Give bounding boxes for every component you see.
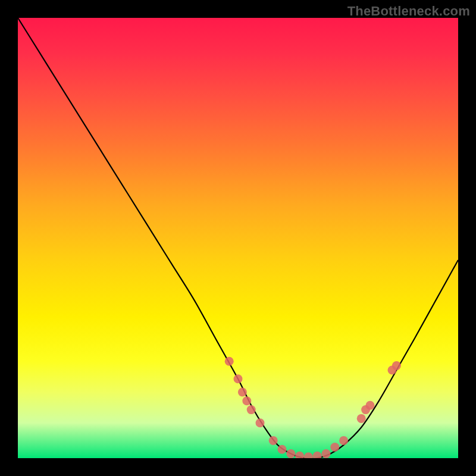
marker-dot	[286, 449, 295, 458]
marker-dot	[234, 374, 243, 383]
marker-dot	[269, 436, 278, 445]
chart-container: TheBottleneck.com	[0, 0, 476, 476]
marker-dot	[256, 418, 265, 427]
marker-dot	[247, 405, 256, 414]
marker-dot	[278, 445, 287, 454]
marker-dot	[304, 452, 313, 458]
marker-dot	[330, 443, 339, 452]
marker-dot	[295, 452, 304, 458]
marker-dot	[366, 401, 375, 410]
plot-area	[18, 18, 458, 458]
marker-dot	[242, 396, 251, 405]
marker-dot	[225, 357, 234, 366]
marker-dot	[339, 436, 348, 445]
marker-dot	[238, 388, 247, 397]
marker-dot	[322, 449, 331, 458]
marker-dot	[313, 452, 322, 458]
marker-dot	[392, 361, 401, 370]
marker-dot	[357, 414, 366, 423]
watermark-text: TheBottleneck.com	[347, 4, 470, 19]
chart-svg	[18, 18, 458, 458]
